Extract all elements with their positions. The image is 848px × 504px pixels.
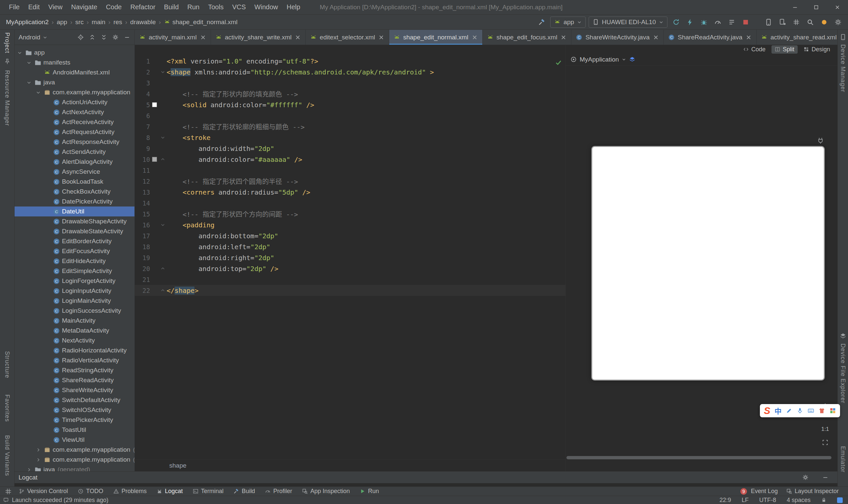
project-view-mode[interactable]: Android	[19, 34, 40, 41]
menu-item-run[interactable]: Run	[183, 3, 204, 11]
toolwindow-button-build[interactable]: Build	[228, 487, 260, 496]
device-manager-strip-icon[interactable]	[840, 34, 846, 40]
tab-close-icon[interactable]	[200, 34, 206, 41]
toolwindow-button-version-control[interactable]: Version Control	[14, 487, 73, 496]
tab-close-icon[interactable]	[378, 34, 385, 41]
keyboard-icon[interactable]	[808, 407, 814, 414]
caret-position-widget[interactable]: 22:9	[720, 497, 731, 504]
code-line[interactable]: 9 android:width="2dp"	[135, 143, 566, 154]
locate-file-icon[interactable]	[77, 34, 84, 41]
view-mode-code[interactable]: Code	[740, 45, 769, 54]
tree-item-alertdialogactivity[interactable]: CAlertDialogActivity	[15, 157, 135, 167]
tool-button-project[interactable]: Project	[4, 32, 11, 53]
tree-item-editfocusactivity[interactable]: CEditFocusActivity	[15, 246, 135, 256]
chevron-down-icon[interactable]	[17, 50, 24, 55]
editor-tab-activity-main-xml[interactable]: activity_main.xml	[135, 30, 211, 45]
toolbox-grid-icon[interactable]	[829, 407, 836, 414]
skin-icon[interactable]	[818, 407, 825, 414]
menu-item-edit[interactable]: Edit	[24, 3, 44, 11]
toolwindow-switcher-icon[interactable]	[5, 488, 12, 495]
code-line[interactable]: 13 <corners android:radius="5dp" />	[135, 187, 566, 198]
pen-icon[interactable]	[786, 407, 792, 414]
ide-indicator-icon[interactable]	[837, 498, 843, 503]
tree-item-timepickeractivity[interactable]: CTimePickerActivity	[15, 415, 135, 425]
tree-item-metadataactivity[interactable]: CMetaDataActivity	[15, 326, 135, 336]
tree-item-bookloadtask[interactable]: CBookLoadTask	[15, 177, 135, 187]
sogou-logo[interactable]: S	[764, 406, 770, 416]
settings-gear-icon[interactable]	[802, 474, 809, 481]
menu-item-refactor[interactable]: Refactor	[126, 3, 160, 11]
design-surface[interactable]: + 1:1 S 中	[566, 66, 837, 471]
editor-tab-shape-edit-normal-xml[interactable]: shape_edit_normal.xml	[389, 30, 482, 45]
editor-tab-editext-selector-xml[interactable]: editext_selector.xml	[306, 30, 389, 45]
tree-item-com-example-myapplication-test[interactable]: com.example.myapplication(test)	[15, 455, 135, 465]
hide-panel-icon[interactable]	[821, 474, 829, 481]
menu-item-view[interactable]: View	[44, 3, 67, 11]
hide-panel-icon[interactable]	[123, 34, 131, 41]
lock-icon[interactable]	[821, 498, 827, 503]
fold-marker-icon[interactable]	[160, 222, 165, 227]
settings-gear-icon[interactable]	[111, 34, 119, 41]
tree-item-asyncservice[interactable]: CAsyncService	[15, 167, 135, 177]
tree-item-manifests[interactable]: manifests	[15, 58, 135, 68]
device-dropdown[interactable]: HUAWEI EDI-AL10	[589, 17, 668, 28]
code-line[interactable]: 14	[135, 198, 566, 209]
code-line[interactable]: 18 android:left="2dp"	[135, 241, 566, 252]
fold-marker-icon[interactable]	[160, 135, 165, 140]
tree-item-drawablestateactivity[interactable]: CDrawableStateActivity	[15, 226, 135, 236]
tab-close-icon[interactable]	[653, 34, 659, 41]
code-line[interactable]: 19 android:right="2dp"	[135, 252, 566, 263]
bookmark-icon[interactable]	[4, 58, 11, 65]
inspections-ok-icon[interactable]	[555, 59, 562, 66]
code-editor[interactable]: 1<?xml version="1.0" encoding="utf-8"?>2…	[135, 45, 566, 459]
code-line[interactable]: 1<?xml version="1.0" encoding="utf-8"?>	[135, 56, 566, 67]
tree-item-switchiosactivity[interactable]: CSwitchIOSActivity	[15, 405, 135, 415]
apply-changes-icon[interactable]	[685, 17, 695, 28]
tree-item-com-example-myapplication[interactable]: com.example.myapplication	[15, 87, 135, 97]
chevron-down-icon[interactable]	[36, 90, 43, 95]
editor-tab-activity-share-write-xml[interactable]: activity_share_write.xml	[211, 30, 306, 45]
tool-button-device-file-explorer[interactable]: Device File Explorer	[840, 343, 846, 403]
code-line[interactable]: 20 android:top="2dp" />	[135, 263, 566, 274]
maximize-button[interactable]	[806, 0, 827, 14]
chevron-down-icon[interactable]	[27, 60, 34, 65]
event-log-button[interactable]: Event Log	[751, 488, 778, 495]
tree-item-loginmainactivity[interactable]: CLoginMainActivity	[15, 296, 135, 306]
tab-close-icon[interactable]	[471, 34, 478, 41]
tree-item-logininputactivity[interactable]: CLoginInputActivity	[15, 286, 135, 296]
settings-gear-icon[interactable]	[832, 17, 843, 28]
tree-item-actreceiveactivity[interactable]: CActReceiveActivity	[15, 117, 135, 127]
toolwindow-button-run[interactable]: Run	[355, 487, 384, 496]
tool-button-structure[interactable]: Structure	[4, 351, 11, 378]
layout-inspector-button[interactable]: Layout Inspector	[786, 488, 839, 495]
code-line[interactable]: 4 <!-- 指定了形状内部的填充颜色 -->	[135, 88, 566, 99]
tree-item-readstringactivity[interactable]: CReadStringActivity	[15, 365, 135, 375]
tree-item-sharewriteactivity[interactable]: CShareWriteActivity	[15, 385, 135, 395]
tree-item-actresponseactivity[interactable]: CActResponseActivity	[15, 137, 135, 147]
code-line[interactable]: 6	[135, 110, 566, 121]
menu-item-build[interactable]: Build	[160, 3, 183, 11]
code-line[interactable]: 3	[135, 77, 566, 88]
zoom-ratio-label[interactable]: 1:1	[821, 425, 829, 433]
code-line[interactable]: 7 <!-- 指定了形状轮廓的粗细与颜色 -->	[135, 121, 566, 132]
tree-item-java-generated[interactable]: java(generated)	[15, 465, 135, 471]
zoom-to-fit-button[interactable]	[821, 438, 829, 447]
chevron-down-icon[interactable]	[27, 80, 34, 85]
menu-item-vcs[interactable]: VCS	[228, 3, 250, 11]
debug-icon[interactable]	[698, 17, 709, 28]
search-everywhere-icon[interactable]	[804, 17, 815, 28]
stop-icon[interactable]	[740, 17, 751, 28]
code-line[interactable]: 17 android:bottom="2dp"	[135, 230, 566, 241]
tree-item-androidmanifest-xml[interactable]: AndroidManifest.xml	[15, 68, 135, 77]
tree-item-actrequestactivity[interactable]: CActRequestActivity	[15, 127, 135, 137]
tool-button-build-variants[interactable]: Build Variants	[4, 435, 11, 476]
menu-item-code[interactable]: Code	[102, 3, 126, 11]
xml-breadcrumb-item[interactable]: shape	[169, 462, 187, 469]
code-line[interactable]: 8 <stroke	[135, 132, 566, 143]
editor-tab-sharewriteactivity-java[interactable]: CShareWriteActivity.java	[571, 30, 664, 45]
layers-strip-icon[interactable]	[840, 332, 846, 339]
toolwindow-button-terminal[interactable]: Terminal	[188, 487, 228, 496]
fold-marker-icon[interactable]	[160, 288, 165, 293]
editor-tab-shape-edit-focus-xml[interactable]: shape_edit_focus.xml	[483, 30, 572, 45]
tree-item-drawableshapeactivity[interactable]: CDrawableShapeActivity	[15, 216, 135, 226]
